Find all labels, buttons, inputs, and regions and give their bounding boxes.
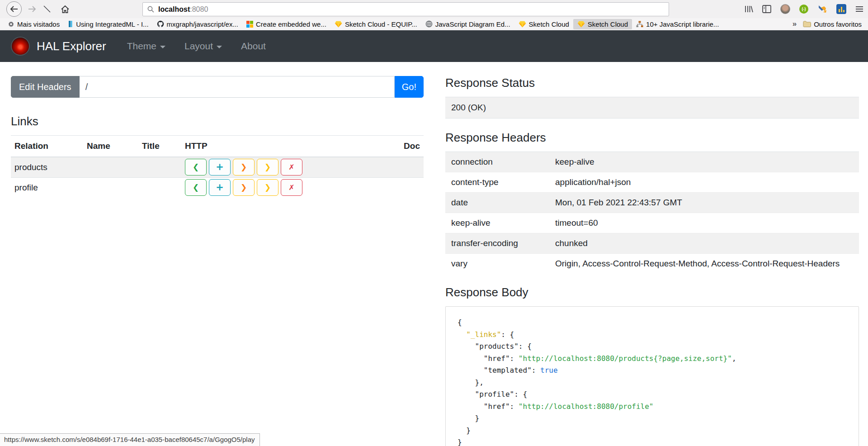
bookmark-label: Mais visitados bbox=[17, 20, 60, 28]
bookmark-label: Sketch Cloud bbox=[588, 20, 628, 28]
link-row: profile❮+❯❯✗ bbox=[11, 177, 424, 198]
bookmarks-list: Mais visitadosUsing IntegratedML - I...m… bbox=[4, 18, 723, 30]
menu-button[interactable] bbox=[855, 6, 863, 12]
http-delete-button[interactable]: ✗ bbox=[281, 159, 302, 176]
edit-headers-button[interactable]: Edit Headers bbox=[11, 76, 80, 98]
bookmark-item[interactable]: Sketch Cloud bbox=[573, 19, 632, 29]
sidebar-icon bbox=[762, 5, 771, 13]
reload-button[interactable] bbox=[42, 5, 52, 14]
column-name: Name bbox=[83, 136, 138, 157]
bookmark-item[interactable]: Sketch Cloud bbox=[514, 19, 573, 29]
diagram-icon bbox=[636, 21, 643, 28]
doc-cell bbox=[396, 157, 424, 177]
back-button[interactable] bbox=[6, 1, 22, 17]
app-title[interactable]: HAL Explorer bbox=[37, 39, 106, 53]
back-arrow-icon bbox=[10, 5, 18, 13]
header-value: chunked bbox=[549, 233, 859, 254]
http-patch-button[interactable]: ❯ bbox=[257, 159, 278, 176]
bookmark-label: Sketch Cloud bbox=[529, 20, 569, 28]
http-put-button[interactable]: ❯ bbox=[233, 159, 255, 176]
extension-arrow-button[interactable] bbox=[817, 4, 827, 14]
column-http: HTTP bbox=[181, 136, 396, 157]
bookmark-label: mxgraph/javascript/ex... bbox=[167, 20, 238, 28]
library-icon bbox=[744, 5, 753, 13]
http-patch-button[interactable]: ❯ bbox=[257, 179, 278, 196]
header-value: keep-alive bbox=[549, 152, 859, 172]
code-line: "href": "http://localhost:8080/products{… bbox=[458, 353, 847, 365]
forward-button[interactable] bbox=[28, 5, 36, 13]
relation-cell: profile bbox=[11, 177, 83, 198]
reload-icon bbox=[42, 5, 52, 14]
bookmark-item[interactable]: mxgraph/javascript/ex... bbox=[153, 19, 242, 29]
gear-icon bbox=[8, 21, 14, 28]
code-line: "_links": { bbox=[458, 329, 847, 341]
arrow-extension-icon bbox=[817, 4, 827, 14]
header-value: timeout=60 bbox=[549, 213, 859, 233]
http-put-button[interactable]: ❯ bbox=[233, 179, 255, 196]
header-name: transfer-encoding bbox=[445, 233, 549, 254]
bookmarks-overflow-button[interactable]: » bbox=[793, 19, 796, 28]
bookmark-item[interactable]: 10+ JavaScript librarie... bbox=[632, 19, 723, 29]
response-headers-table: connectionkeep-alivecontent-typeapplicat… bbox=[445, 152, 859, 274]
response-body-code: { "_links": { "products": { "href": "htt… bbox=[458, 317, 847, 446]
header-name: connection bbox=[445, 152, 549, 172]
http-get-button[interactable]: ❮ bbox=[185, 179, 207, 196]
code-line: { bbox=[458, 317, 847, 329]
code-line: }, bbox=[458, 377, 847, 389]
code-line: "products": { bbox=[458, 341, 847, 353]
name-cell bbox=[83, 157, 138, 177]
home-button[interactable] bbox=[61, 5, 70, 14]
http-post-button[interactable]: + bbox=[209, 159, 231, 176]
response-status-value: 200 (OK) bbox=[445, 97, 859, 119]
response-header-row: connectionkeep-alive bbox=[445, 152, 859, 172]
profile-avatar[interactable] bbox=[780, 4, 790, 14]
response-headers-body: connectionkeep-alivecontent-typeapplicat… bbox=[445, 152, 859, 274]
library-button[interactable] bbox=[744, 5, 753, 13]
search-icon bbox=[147, 6, 154, 13]
bookmark-label: Create embedded we... bbox=[256, 20, 326, 28]
menu-about[interactable]: About bbox=[241, 41, 266, 52]
sketch-icon bbox=[519, 21, 526, 28]
bookmark-item[interactable]: Using IntegratedML - I... bbox=[64, 19, 152, 29]
folder-icon bbox=[803, 21, 811, 27]
header-name: keep-alive bbox=[445, 213, 549, 233]
header-value: Origin, Access-Control-Request-Method, A… bbox=[549, 254, 859, 274]
response-header-row: keep-alivetimeout=60 bbox=[445, 213, 859, 233]
sketch-icon bbox=[335, 21, 342, 28]
http-delete-button[interactable]: ✗ bbox=[281, 179, 302, 196]
hal-navbar: HAL Explorer Theme Layout About bbox=[0, 30, 868, 62]
analytics-extension-icon[interactable] bbox=[836, 4, 846, 14]
bookmark-item[interactable]: JavaScript Diagram Ed... bbox=[421, 19, 514, 29]
bookmark-item[interactable]: Mais visitados bbox=[4, 19, 64, 29]
bookmark-item[interactable]: Sketch Cloud - EQUIP... bbox=[330, 19, 421, 29]
doc-cell bbox=[396, 177, 424, 198]
response-headers-title: Response Headers bbox=[445, 131, 859, 145]
http-post-button[interactable]: + bbox=[209, 179, 231, 196]
response-body-box: { "_links": { "products": { "href": "htt… bbox=[445, 306, 859, 446]
response-header-row: dateMon, 01 Feb 2021 22:43:57 GMT bbox=[445, 193, 859, 213]
chevron-down-icon bbox=[217, 46, 222, 48]
uri-input[interactable] bbox=[80, 76, 395, 98]
http-get-button[interactable]: ❮ bbox=[185, 159, 207, 176]
address-bar[interactable]: localhost:8080 bbox=[142, 2, 669, 16]
http-cell: ❮+❯❯✗ bbox=[181, 177, 396, 198]
links-section-title: Links bbox=[11, 114, 424, 128]
extension-green-icon[interactable]: (-) bbox=[799, 5, 808, 14]
hal-logo-icon[interactable] bbox=[12, 38, 29, 55]
code-line: } bbox=[458, 437, 847, 446]
bookmark-item[interactable]: Create embedded we... bbox=[242, 19, 330, 29]
sidebar-toggle-button[interactable] bbox=[762, 5, 771, 13]
other-favorites-label: Outros favoritos bbox=[814, 20, 862, 28]
response-body-title: Response Body bbox=[445, 285, 859, 299]
column-relation: Relation bbox=[11, 136, 83, 157]
menu-layout[interactable]: Layout bbox=[184, 41, 222, 52]
menu-theme[interactable]: Theme bbox=[127, 41, 165, 52]
chevron-down-icon bbox=[160, 46, 165, 48]
relation-cell: products bbox=[11, 157, 83, 177]
browser-toolbar: localhost:8080 (-) bbox=[0, 0, 868, 18]
other-favorites-folder[interactable]: Outros favoritos bbox=[802, 19, 863, 29]
links-table-header: Relation Name Title HTTP Doc bbox=[11, 136, 424, 157]
go-button[interactable]: Go! bbox=[395, 76, 424, 98]
github-icon bbox=[157, 20, 164, 28]
microsoft-icon bbox=[246, 21, 253, 28]
